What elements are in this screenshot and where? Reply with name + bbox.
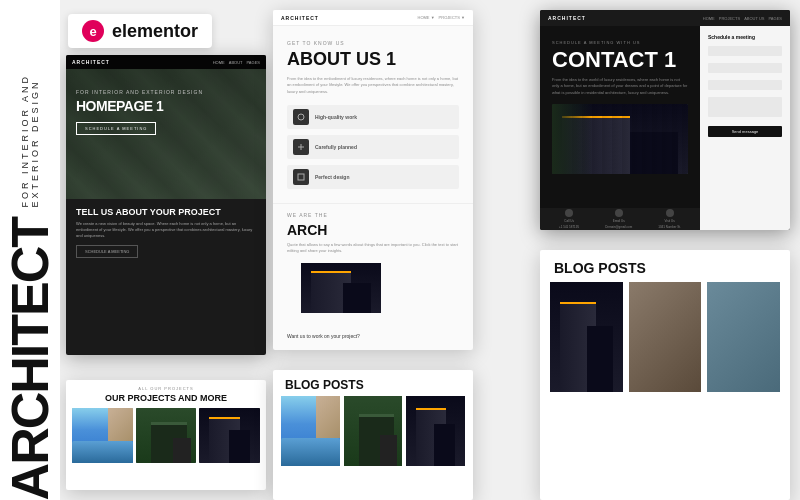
feature-label-2: Carefully planned: [315, 144, 357, 150]
homepage-hero: FOR INTERIOR AND EXTERIOR DESIGN HOMEPAG…: [66, 69, 266, 199]
main-content: e elementor ARCHITECT HOME ABOUT PAGES F…: [58, 0, 800, 500]
work-project-text: Want us to work on your project?: [273, 329, 473, 347]
projects-thumb-3: [199, 408, 260, 463]
footer-address-value: 1041 Number St.: [658, 225, 681, 229]
feature-item-2: Carefully planned: [287, 135, 459, 159]
homepage-nav-links: HOME ABOUT PAGES: [213, 60, 260, 65]
projects-images: [66, 408, 266, 463]
homepage-nav-link-2: ABOUT: [229, 60, 243, 65]
elementor-badge[interactable]: e elementor: [68, 14, 212, 48]
contact-form: Schedule a meeting Send message: [700, 26, 790, 230]
about-features: High-quality work Carefully planned: [273, 101, 473, 199]
panel-contact: ARCHITECT HOME PROJECTS ABOUT US PAGES S…: [540, 10, 790, 230]
contact-nav: ARCHITECT HOME PROJECTS ABOUT US PAGES: [540, 10, 790, 26]
elementor-label: elementor: [112, 21, 198, 42]
footer-address-label: Visit Us: [665, 219, 675, 223]
panel-projects-bottom: ALL OUR PROJECTS OUR PROJECTS AND MORE: [66, 380, 266, 490]
blog-center-thumb-2: [344, 396, 403, 466]
blog-right-thumb-2: [629, 282, 702, 392]
blog-right-images: [540, 282, 790, 392]
contact-nav-links: HOME PROJECTS ABOUT US PAGES: [703, 16, 782, 21]
homepage-section-btn[interactable]: SCHEDULE A MEETING: [76, 245, 138, 258]
contact-field-email[interactable]: [708, 63, 782, 73]
feature-icon-2: [293, 139, 309, 155]
homepage-nav: ARCHITECT HOME ABOUT PAGES: [66, 55, 266, 69]
contact-nav-link-2: PROJECTS: [719, 16, 740, 21]
panels-container: ARCHITECT HOME ABOUT PAGES FOR INTERIOR …: [58, 0, 800, 500]
panel-homepage: ARCHITECT HOME ABOUT PAGES FOR INTERIOR …: [66, 55, 266, 355]
contact-schedule-label: SCHEDULE A MEETING WITH US: [552, 40, 688, 45]
contact-left: SCHEDULE A MEETING WITH US CONTACT 1 Fro…: [540, 26, 700, 230]
panel-blog-right: BLOG POSTS: [540, 250, 790, 500]
contact-send-btn[interactable]: Send message: [708, 126, 782, 137]
contact-field-name[interactable]: [708, 46, 782, 56]
feature-label-1: High-quality work: [315, 114, 357, 120]
about-nav-link-1: HOME ▼: [418, 15, 435, 20]
feature-item-1: High-quality work: [287, 105, 459, 129]
contact-field-subject[interactable]: [708, 80, 782, 90]
elementor-letter: e: [89, 24, 96, 39]
arch-image: [301, 263, 381, 313]
footer-email-value: Domain@gmail.com: [605, 225, 632, 229]
arch-text: Quote that allows to say a few words abo…: [287, 242, 459, 255]
contact-footer-email: Email Us Domain@gmail.com: [605, 209, 632, 229]
footer-phone-value: +1 541 587195: [559, 225, 579, 229]
sidebar-subtitle: FOR INTERIOR AND EXTERIOR DESIGN: [20, 0, 40, 208]
phone-icon: [565, 209, 573, 217]
footer-email-label: Email Us: [613, 219, 625, 223]
about-text: From the idea to the embodiment of luxur…: [273, 70, 473, 101]
about-nav-logo: ARCHITECT: [281, 15, 319, 21]
homepage-hero-cta[interactable]: SCHEDULE A MEETING: [76, 122, 156, 135]
contact-title: CONTACT 1: [552, 49, 688, 71]
footer-phone-label: Call Us: [564, 219, 574, 223]
about-title: ABOUT US 1: [273, 50, 473, 70]
contact-nav-link-1: HOME: [703, 16, 715, 21]
homepage-nav-link-1: HOME: [213, 60, 225, 65]
blog-center-thumb-1: [281, 396, 340, 466]
contact-nav-link-3: ABOUT US: [744, 16, 764, 21]
about-nav-link-2: PROJECTS ▼: [439, 15, 465, 20]
homepage-hero-title: HOMEPAGE 1: [76, 99, 256, 114]
blog-right-thumb-1: [550, 282, 623, 392]
contact-nav-logo: ARCHITECT: [548, 15, 586, 21]
contact-text: From the idea to the world of luxury res…: [552, 77, 688, 96]
homepage-section-title: TELL US ABOUT YOUR PROJECT: [66, 199, 266, 221]
svg-rect-1: [298, 174, 304, 180]
left-sidebar: FOR INTERIOR AND EXTERIOR DESIGN ARCHITE…: [0, 0, 60, 500]
projects-thumb-1: [72, 408, 133, 463]
contact-footer-address: Visit Us 1041 Number St.: [658, 209, 681, 229]
arch-title: ARCH: [287, 222, 459, 238]
homepage-section-text: We create a new vision of beauty and spa…: [66, 221, 266, 239]
projects-heading: OUR PROJECTS AND MORE: [66, 393, 266, 403]
contact-footer-phone: Call Us +1 541 587195: [559, 209, 579, 229]
about-arch-section: WE ARE THE ARCH Quote that allows to say…: [273, 203, 473, 329]
contact-inner: SCHEDULE A MEETING WITH US CONTACT 1 Fro…: [540, 26, 790, 230]
about-nav-links: HOME ▼ PROJECTS ▼: [418, 15, 465, 20]
arch-label: WE ARE THE: [287, 212, 459, 218]
feature-label-3: Perfect design: [315, 174, 349, 180]
email-icon: [615, 209, 623, 217]
feature-icon-1: [293, 109, 309, 125]
blog-right-thumb-3: [707, 282, 780, 392]
homepage-hero-content: FOR INTERIOR AND EXTERIOR DESIGN HOMEPAG…: [66, 69, 266, 145]
about-nav: ARCHITECT HOME ▼ PROJECTS ▼: [273, 10, 473, 26]
elementor-icon: e: [82, 20, 104, 42]
contact-building-image: [552, 104, 688, 174]
feature-icon-3: [293, 169, 309, 185]
about-label: GET TO KNOW US: [273, 26, 473, 50]
blog-center-images: [273, 396, 473, 466]
panel-about: ARCHITECT HOME ▼ PROJECTS ▼ GET TO KNOW …: [273, 10, 473, 350]
homepage-nav-logo: ARCHITECT: [72, 59, 110, 65]
projects-thumb-2: [136, 408, 197, 463]
panel-blog-center: BLOG POSTS: [273, 370, 473, 500]
sidebar-title: ARCHITECT: [4, 218, 56, 500]
contact-form-label: Schedule a meeting: [708, 34, 782, 40]
contact-nav-link-4: PAGES: [769, 16, 783, 21]
feature-item-3: Perfect design: [287, 165, 459, 189]
blog-center-thumb-3: [406, 396, 465, 466]
contact-field-message[interactable]: [708, 97, 782, 117]
homepage-nav-link-3: PAGES: [247, 60, 261, 65]
projects-label: ALL OUR PROJECTS: [66, 380, 266, 393]
contact-footer: Call Us +1 541 587195 Email Us Domain@gm…: [540, 208, 700, 230]
svg-point-0: [298, 114, 304, 120]
